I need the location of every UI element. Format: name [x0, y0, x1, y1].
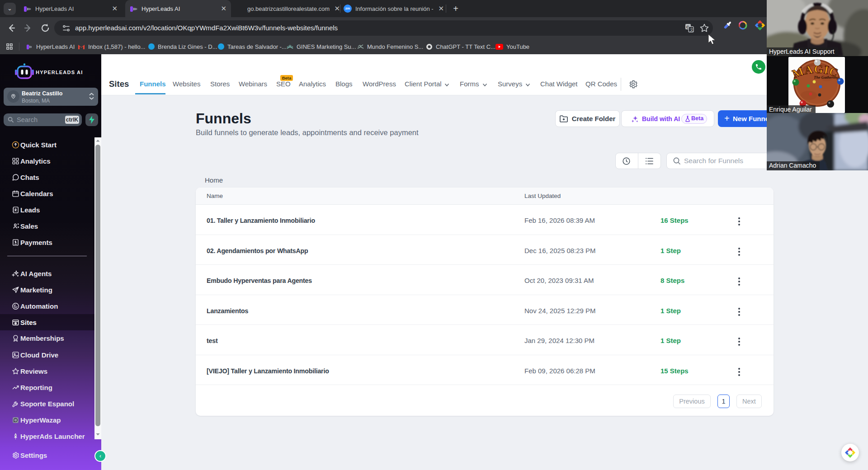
svg-text:HYPERLEADS AI: HYPERLEADS AI	[36, 70, 83, 75]
svg-text:文: 文	[690, 28, 694, 32]
svg-text:The Gathering: The Gathering	[814, 75, 839, 80]
